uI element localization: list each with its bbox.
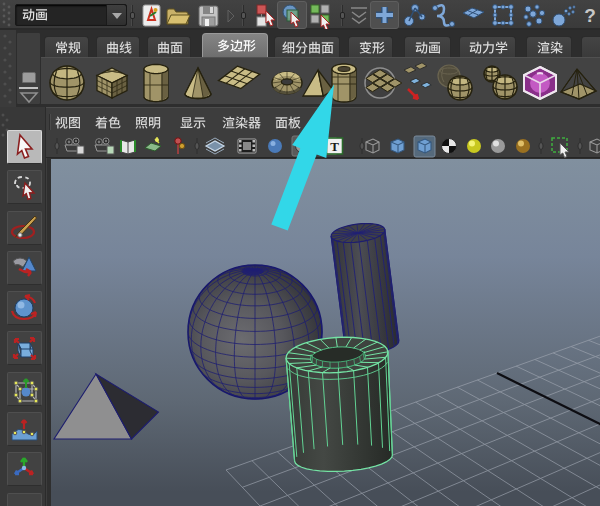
svg-text:?: ?: [584, 5, 596, 26]
